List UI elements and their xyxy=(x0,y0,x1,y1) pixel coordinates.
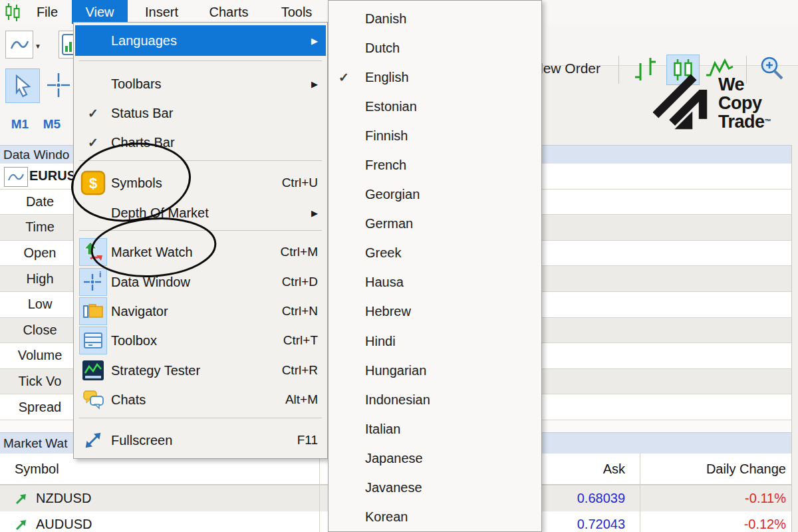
field-label: High xyxy=(0,266,80,291)
menu-item-languages[interactable]: Languages ▶ xyxy=(75,25,326,56)
panel-right-edge xyxy=(791,145,792,532)
line-chart-icon xyxy=(9,34,30,55)
menu-item-data-window[interactable]: i Data Window Ctrl+D xyxy=(75,267,326,297)
field-label: Date xyxy=(0,190,80,215)
menu-item-navigator[interactable]: Navigator Ctrl+N xyxy=(75,296,326,327)
trend-up-icon xyxy=(15,518,28,531)
language-option[interactable]: ✓ Hausa xyxy=(329,268,541,297)
data-window-symbol: EURUS xyxy=(29,164,76,189)
daily-change-value: -0.11% xyxy=(640,485,791,511)
market-watch-title: Market Wat xyxy=(0,436,67,451)
field-label: Time xyxy=(0,215,80,240)
menu-item-symbols[interactable]: $ Symbols Ctrl+U xyxy=(75,168,326,198)
submenu-arrow-icon: ▶ xyxy=(311,208,326,218)
timeframe-m5-button[interactable]: M5 xyxy=(39,114,65,134)
language-option[interactable]: ✓ Hindi xyxy=(329,327,541,356)
language-option[interactable]: ✓ Finnish xyxy=(329,121,541,150)
toolbox-icon xyxy=(82,329,104,352)
trend-up-icon xyxy=(15,492,28,505)
svg-text:$: $ xyxy=(89,175,97,192)
column-header-daily-change[interactable]: Daily Change xyxy=(640,454,791,484)
timeframe-bar: M1 M5 xyxy=(0,106,73,145)
menu-tools[interactable]: Tools xyxy=(267,0,326,24)
view-menu-dropdown: Languages ▶ Toolbars ▶ ✓ Status Bar ✓ Ch… xyxy=(73,22,328,459)
language-option[interactable]: ✓ German xyxy=(329,209,541,239)
submenu-arrow-icon: ▶ xyxy=(311,79,326,89)
symbol-name: AUDUSD xyxy=(36,517,92,532)
column-divider xyxy=(640,454,640,532)
language-option[interactable]: ✓ Hungarian xyxy=(329,356,541,385)
app-candlestick-icon xyxy=(4,3,23,21)
crosshair-icon xyxy=(45,71,72,99)
symbol-name: NZDUSD xyxy=(36,491,91,506)
new-order-button[interactable]: lew Order xyxy=(540,48,600,89)
checkmark-icon: ✓ xyxy=(88,135,98,150)
menu-view[interactable]: View xyxy=(72,0,128,24)
language-option[interactable]: ✓ Korean xyxy=(329,503,541,532)
column-divider xyxy=(319,454,320,532)
menu-item-market-watch[interactable]: Market Watch Ctrl+M xyxy=(75,237,326,267)
we-copy-trade-logo: We Copy Trade™ xyxy=(653,66,786,140)
language-option[interactable]: ✓ Georgian xyxy=(329,180,541,209)
language-option[interactable]: ✓ Indonesian xyxy=(329,385,541,414)
menu-item-status-bar[interactable]: ✓ Status Bar xyxy=(75,98,326,128)
fullscreen-icon xyxy=(82,430,104,451)
menu-item-charts-bar[interactable]: ✓ Charts Bar xyxy=(75,128,326,157)
field-label: Tick Vo xyxy=(0,369,80,394)
language-option[interactable]: ✓ Javanese xyxy=(329,473,541,503)
daily-change-value: -0.12% xyxy=(640,511,791,532)
timeframe-m1-button[interactable]: M1 xyxy=(7,114,33,134)
chats-icon xyxy=(81,389,105,410)
chart-window-button[interactable] xyxy=(5,31,33,59)
field-label: Volume xyxy=(0,343,80,368)
checkmark-icon: ✓ xyxy=(329,70,365,85)
logo-mark-icon xyxy=(653,72,710,134)
crosshair-tool-button[interactable] xyxy=(44,68,73,102)
market-watch-icon xyxy=(82,241,104,263)
mt5-terminal: File View Insert Charts Tools ▼ lew Orde… xyxy=(0,0,798,532)
language-option[interactable]: ✓ Estonian xyxy=(329,92,541,121)
field-label: Low xyxy=(0,292,80,317)
field-label: Spread xyxy=(0,394,80,420)
menu-item-toolbars[interactable]: Toolbars ▶ xyxy=(75,69,326,98)
language-option[interactable]: ✓ Danish xyxy=(329,4,541,33)
cursor-icon xyxy=(11,74,34,98)
toolbar-line-studies xyxy=(0,65,73,107)
menu-charts[interactable]: Charts xyxy=(197,0,261,24)
submenu-arrow-icon: ▶ xyxy=(311,36,326,46)
strategy-tester-icon xyxy=(81,359,105,382)
menu-item-depth-of-market[interactable]: Depth Of Market ▶ xyxy=(75,198,326,227)
language-option[interactable]: ✓ Dutch xyxy=(329,33,541,63)
logo-text: We Copy Trade™ xyxy=(718,75,771,131)
dollar-icon: $ xyxy=(80,170,106,196)
menu-item-chats[interactable]: Chats Alt+M xyxy=(75,384,326,415)
data-window-icon: i xyxy=(82,271,104,293)
menu-item-strategy-tester[interactable]: Strategy Tester Ctrl+R xyxy=(75,355,326,386)
checkmark-icon: ✓ xyxy=(88,106,98,121)
chart-type-caret-icon[interactable]: ▼ xyxy=(35,43,41,50)
menu-file[interactable]: File xyxy=(27,0,68,24)
menu-item-fullscreen[interactable]: Fullscreen F11 xyxy=(75,425,326,456)
field-label: Open xyxy=(0,241,80,266)
language-option[interactable]: ✓ Hebrew xyxy=(329,297,541,327)
language-option[interactable]: ✓ Japanese xyxy=(329,444,541,473)
navigator-icon xyxy=(82,300,104,323)
language-option[interactable]: ✓ English xyxy=(329,63,541,92)
data-window-title: Data Windo xyxy=(0,148,69,162)
mini-chart-icon xyxy=(4,167,28,187)
svg-text:i: i xyxy=(99,271,101,279)
language-option[interactable]: ✓ French xyxy=(329,150,541,180)
language-option[interactable]: ✓ Italian xyxy=(329,414,541,444)
cursor-tool-button[interactable] xyxy=(5,68,40,103)
languages-submenu: ✓ Danish ✓ Dutch ✓ English ✓ Estonian ✓ … xyxy=(328,0,542,532)
menu-item-toolbox[interactable]: Toolbox Ctrl+T xyxy=(75,325,326,356)
menu-insert[interactable]: Insert xyxy=(132,0,192,24)
field-label: Close xyxy=(0,318,80,343)
language-option[interactable]: ✓ Greek xyxy=(329,239,541,268)
